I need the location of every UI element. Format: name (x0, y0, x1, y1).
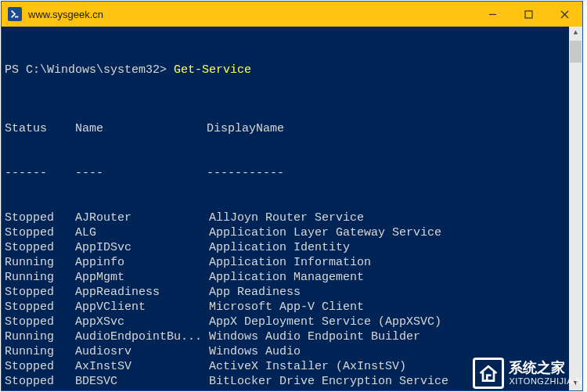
scrollbar[interactable]: ▲ ▼ (569, 27, 582, 390)
scroll-down-icon[interactable]: ▼ (569, 377, 582, 390)
titlebar[interactable]: www.sysgeek.cn (2, 2, 582, 27)
maximize-button[interactable] (510, 2, 546, 27)
table-row: Stopped ALG Application Layer Gateway Se… (5, 225, 579, 240)
prompt-line: PS C:\Windows\system32> Get-Service (5, 63, 579, 77)
scroll-thumb[interactable] (570, 41, 582, 63)
table-row: Stopped AxInstSV ActiveX Installer (AxIn… (5, 359, 579, 374)
powershell-icon (8, 7, 22, 21)
table-divider: ------ --------------- (5, 166, 579, 181)
svg-rect-1 (525, 11, 532, 18)
window-title: www.sysgeek.cn (28, 9, 103, 20)
table-row: Running Audiosrv Windows Audio (5, 344, 579, 359)
table-row: Stopped AppXSvc AppX Deployment Service … (5, 315, 579, 329)
close-button[interactable] (546, 2, 582, 27)
powershell-window: www.sysgeek.cn PS C:\Windows\system32> G… (1, 1, 583, 391)
table-row: Running BFE Base Filtering Engine (5, 389, 579, 390)
prompt: PS C:\Windows\system32> (5, 63, 174, 77)
table-row: Stopped AppVClient Microsoft App-V Clien… (5, 300, 579, 315)
table-row: Stopped BDESVC BitLocker Drive Encryptio… (5, 374, 579, 389)
table-row: Running Appinfo Application Information (5, 255, 579, 270)
scroll-up-icon[interactable]: ▲ (569, 27, 582, 40)
minimize-button[interactable] (474, 2, 510, 27)
table-header: Status NameDisplayName (5, 121, 579, 136)
terminal[interactable]: PS C:\Windows\system32> Get-Service Stat… (2, 27, 582, 390)
command-input: Get-Service (174, 63, 251, 77)
table-row: Stopped AppIDSvc Application Identity (5, 240, 579, 255)
table-row: Running AudioEndpointBu... Windows Audio… (5, 329, 579, 344)
table-row: Stopped AJRouter AllJoyn Router Service (5, 210, 579, 225)
window-controls (474, 2, 582, 27)
table-row: Stopped AppReadiness App Readiness (5, 285, 579, 300)
table-row: Running AppMgmt Application Management (5, 270, 579, 285)
service-rows: Stopped AJRouter AllJoyn Router ServiceS… (5, 210, 579, 390)
